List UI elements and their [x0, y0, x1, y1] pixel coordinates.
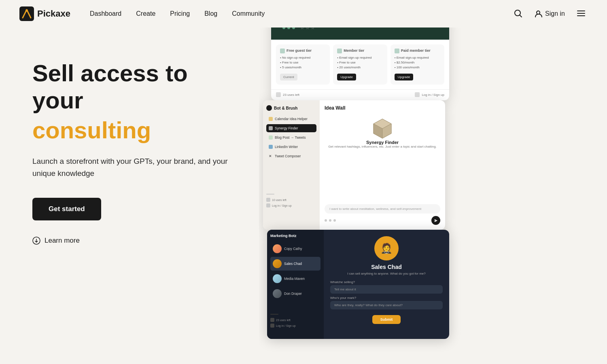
nav-dashboard[interactable]: Dashboard [90, 10, 121, 17]
chad-desc: I can sell anything to anyone. What do y… [347, 272, 425, 275]
sidebar-item-synergy[interactable]: Synergy Finder [266, 124, 316, 132]
mark-label: Who's your mark? [330, 296, 356, 300]
nav-right: Sign in [512, 7, 588, 21]
hamburger-menu-button[interactable] [575, 7, 588, 21]
logo[interactable]: Pickaxe [19, 6, 70, 21]
uses-left-label: 23 uses left [283, 93, 299, 97]
get-started-button[interactable]: Get started [32, 198, 101, 220]
idea-wall-main: Idea Wall Synergy Finder Get relevant ha… [320, 100, 445, 230]
pricing-tier-free: Free guest tier • No sign-up required • … [276, 44, 330, 85]
tier-item: • Free to use [337, 61, 383, 64]
header-dot [292, 28, 295, 29]
submit-button[interactable]: Submit [372, 315, 401, 324]
chad-avatar: 🤵 [374, 236, 399, 260]
sign-in-button[interactable]: Sign in [534, 9, 565, 18]
mark-input[interactable]: Who are they, really? What do they care … [330, 301, 443, 309]
chad-name: Sales Chad [371, 264, 401, 270]
mkt-agent-copy-cathy[interactable]: Copy Cathy [270, 242, 320, 256]
selling-label: Whatche selling? [330, 280, 355, 284]
sidebar-item-calendar[interactable]: Calendar Idea Helper [266, 115, 316, 123]
hamburger-icon [576, 8, 586, 18]
svg-point-1 [25, 9, 28, 12]
hero-section: Sell access to your consulting Launch a … [0, 28, 607, 364]
mkt-agent-don-draper[interactable]: Don Draper [270, 287, 320, 301]
bot-name: Synergy Finder [366, 140, 399, 145]
idea-wall-sidebar: Bot & Brush Calendar Idea Helper Synergy… [263, 100, 320, 230]
idea-wall-screenshot: Bot & Brush Calendar Idea Helper Synergy… [263, 100, 445, 230]
pricing-tier-paid: Paid member tier • Email sign-up require… [391, 44, 444, 85]
tier-item: • Free to use [280, 61, 326, 64]
tier-item: • 5 uses/month [280, 66, 326, 69]
logo-text: Pickaxe [37, 8, 70, 19]
marketing-sidebar: Marketing Botz Copy Cathy Sales Chad Med… [267, 230, 324, 339]
upgrade-button[interactable]: Upgrade [337, 74, 356, 80]
header-dot [287, 28, 290, 29]
mkt-agent-sales-chad[interactable]: Sales Chad [270, 257, 320, 271]
idea-wall-title: Idea Wall [325, 105, 346, 111]
logo-icon [19, 6, 34, 21]
pricing-screenshot-header: ☆ ☆ ☆ [271, 28, 449, 40]
search-icon [514, 9, 522, 18]
cube-icon [370, 116, 395, 140]
marketing-screenshot: Marketing Botz Copy Cathy Sales Chad Med… [267, 230, 449, 339]
hero-title-accent: consulting [32, 117, 240, 144]
tier-item: • $2.50/month [395, 61, 440, 64]
navbar: Pickaxe Dashboard Create Pricing Blog Co… [0, 0, 607, 28]
bot-description: Get relevant hashtags, influencers, etc.… [328, 145, 437, 148]
svg-rect-0 [19, 6, 34, 21]
hero-left: Sell access to your consulting Launch a … [0, 28, 259, 364]
selling-input[interactable]: Tell me about it [330, 285, 443, 294]
svg-line-3 [520, 15, 522, 17]
pricing-tiers-body: Free guest tier • No sign-up required • … [271, 40, 449, 89]
nav-create[interactable]: Create [136, 10, 155, 17]
search-button[interactable] [512, 7, 524, 21]
arrow-down-icon [32, 237, 40, 245]
pricing-screenshot: ☆ ☆ ☆ Free guest tier • No sign-up requi… [271, 28, 449, 100]
header-icons: ☆ ☆ ☆ [300, 28, 315, 30]
tier-item: • 100 uses/month [395, 66, 440, 69]
header-dot [282, 28, 285, 29]
tier-item: • 20 uses/month [337, 66, 383, 69]
login-label: Log in / Sign up [422, 93, 444, 97]
learn-more-link[interactable]: Learn more [32, 237, 240, 245]
user-icon [534, 9, 543, 18]
tier-item: • Email sign-up required [337, 56, 383, 59]
nav-pricing[interactable]: Pricing [170, 10, 190, 17]
idea-wall-sidebar-title: Bot & Brush [266, 105, 316, 111]
hero-screenshots: ☆ ☆ ☆ Free guest tier • No sign-up requi… [259, 28, 607, 364]
current-plan-button[interactable]: Current [280, 74, 297, 80]
sidebar-item-tweet[interactable]: ✕ Tweet Composer [266, 152, 316, 160]
learn-more-text: Learn more [45, 237, 80, 245]
hero-title-line1: Sell access to your [32, 60, 240, 114]
idea-input-field[interactable]: I want to write about meditation, wellne… [325, 204, 440, 214]
nav-blog[interactable]: Blog [204, 10, 217, 17]
marketing-sidebar-title: Marketing Botz [270, 234, 320, 238]
svg-point-4 [537, 11, 540, 14]
nav-community[interactable]: Community [232, 10, 265, 17]
nav-links: Dashboard Create Pricing Blog Community [90, 10, 512, 17]
tier-item: • Email sign-up required [395, 56, 440, 59]
tier-item: • No sign-up required [280, 56, 326, 59]
hero-subtitle: Launch a storefront with your GPTs, your… [32, 155, 240, 180]
sidebar-item-blog[interactable]: Blog Post → Tweets [266, 133, 316, 142]
pricing-tier-member: Member tier • Email sign-up required • F… [333, 44, 387, 85]
upgrade-paid-button[interactable]: Upgrade [395, 74, 414, 80]
send-button[interactable] [431, 216, 440, 225]
mkt-agent-media-maven[interactable]: Media Maven [270, 272, 320, 286]
sidebar-item-linkedin[interactable]: LinkedIn Writer [266, 143, 316, 151]
marketing-main: 🤵 Sales Chad I can sell anything to anyo… [324, 230, 449, 339]
screenshots-container: ☆ ☆ ☆ Free guest tier • No sign-up requi… [259, 28, 607, 364]
